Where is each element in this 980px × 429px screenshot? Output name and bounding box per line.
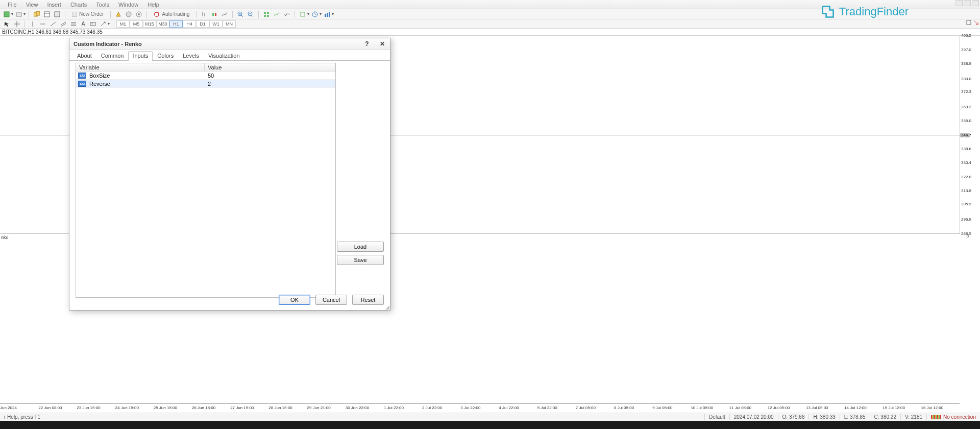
period-icon[interactable] bbox=[310, 10, 320, 18]
resize-handle[interactable] bbox=[384, 304, 390, 310]
timeframe-mn[interactable]: MN bbox=[223, 20, 236, 28]
new-order-label: New Order bbox=[79, 11, 104, 17]
ok-button[interactable]: OK bbox=[279, 295, 310, 305]
tab-about[interactable]: About bbox=[72, 51, 96, 61]
menu-view[interactable]: View bbox=[21, 2, 43, 8]
svg-rect-6 bbox=[55, 12, 60, 17]
arrow-icon[interactable] bbox=[973, 19, 979, 26]
trendline-icon[interactable] bbox=[48, 20, 58, 28]
profiles-icon[interactable] bbox=[14, 10, 23, 18]
tab-levels[interactable]: Levels bbox=[178, 51, 204, 61]
equidistant-channel-icon[interactable] bbox=[59, 20, 68, 28]
options-icon[interactable] bbox=[134, 10, 143, 18]
price-tick: 397.0 bbox=[960, 48, 970, 52]
save-button[interactable]: Save bbox=[337, 255, 384, 265]
svg-rect-16 bbox=[215, 13, 216, 16]
metaquotes-icon[interactable] bbox=[114, 10, 123, 18]
horizontal-line-icon[interactable] bbox=[38, 20, 47, 28]
zoom-out-icon[interactable] bbox=[246, 10, 255, 18]
tab-inputs[interactable]: Inputs bbox=[128, 51, 153, 61]
timeframe-m5[interactable]: M5 bbox=[130, 20, 143, 28]
time-tick: 4 Jul 22:00 bbox=[499, 404, 537, 413]
line-chart-icon[interactable] bbox=[220, 10, 229, 18]
time-tick: 1 Jul 22:00 bbox=[384, 404, 422, 413]
cancel-button[interactable]: Cancel bbox=[315, 295, 347, 305]
restore-icon[interactable] bbox=[966, 19, 972, 26]
time-tick: 28 Jun 15:00 bbox=[268, 404, 307, 413]
os-taskbar[interactable] bbox=[0, 421, 980, 429]
market-watch-icon[interactable] bbox=[32, 10, 41, 18]
dialog-tabs: AboutCommonInputsColorsLevelsVisualizati… bbox=[69, 50, 390, 61]
arrows-icon[interactable] bbox=[99, 20, 108, 28]
price-tick: 388.9 bbox=[960, 62, 970, 66]
menu-tools[interactable]: Tools bbox=[91, 2, 114, 8]
svg-rect-27 bbox=[267, 15, 269, 17]
indicators-icon[interactable] bbox=[272, 10, 281, 18]
candlesticks-icon[interactable] bbox=[210, 10, 219, 18]
status-volume: V: 2181 bbox=[900, 414, 926, 420]
input-row-boxsize[interactable]: 123BoxSize50 bbox=[76, 72, 335, 80]
time-tick: 26 Jun 15:00 bbox=[192, 404, 230, 413]
svg-rect-32 bbox=[325, 14, 326, 17]
help-icon[interactable]: ? bbox=[359, 39, 375, 49]
navigator-icon[interactable] bbox=[53, 10, 62, 18]
time-tick: 7 Jul 05:00 bbox=[576, 404, 614, 413]
reset-button[interactable]: Reset bbox=[352, 295, 384, 305]
price-tick: 338.6 bbox=[960, 147, 970, 151]
menu-help[interactable]: Help bbox=[143, 2, 164, 8]
tab-colors[interactable]: Colors bbox=[153, 51, 178, 61]
timeframe-w1[interactable]: W1 bbox=[209, 20, 223, 28]
timeframe-m15[interactable]: M15 bbox=[143, 20, 156, 28]
time-tick: 5 Jul 22:00 bbox=[537, 404, 576, 413]
timeframe-m1[interactable]: M1 bbox=[116, 20, 130, 28]
menu-charts[interactable]: Charts bbox=[66, 2, 91, 8]
zoom-in-icon[interactable] bbox=[236, 10, 245, 18]
menu-file[interactable]: File bbox=[3, 2, 21, 8]
vertical-line-icon[interactable] bbox=[28, 20, 37, 28]
new-order-button[interactable]: New Order bbox=[68, 10, 107, 18]
svg-text:T: T bbox=[91, 22, 93, 26]
tile-icon[interactable] bbox=[262, 10, 271, 18]
bar-chart-icon[interactable] bbox=[200, 10, 209, 18]
time-tick: 30 Jun 22:00 bbox=[346, 404, 384, 413]
expert-advisors-icon[interactable] bbox=[124, 10, 133, 18]
input-row-reverse[interactable]: 123Reverse2 bbox=[76, 80, 335, 88]
menu-insert[interactable]: Insert bbox=[42, 2, 66, 8]
chart-header: BITCOINC,H1 346.61 346.68 345.73 346.35 bbox=[0, 29, 980, 36]
templates-icon[interactable] bbox=[298, 10, 307, 18]
svg-rect-34 bbox=[329, 12, 330, 17]
text-icon[interactable]: A bbox=[79, 20, 87, 28]
app-window-controls[interactable] bbox=[955, 0, 979, 6]
timeframe-d1[interactable]: D1 bbox=[196, 20, 209, 28]
autotrading-button[interactable]: AutoTrading bbox=[150, 10, 193, 18]
tab-visualization[interactable]: Visualization bbox=[204, 51, 244, 61]
strategy-tester-icon[interactable] bbox=[323, 10, 332, 18]
svg-rect-33 bbox=[327, 13, 328, 17]
time-tick: 12 Jul 05:00 bbox=[768, 404, 806, 413]
fibo-icon[interactable] bbox=[69, 20, 78, 28]
status-profile[interactable]: Default bbox=[704, 414, 729, 420]
crosshair-icon[interactable] bbox=[12, 20, 21, 28]
time-tick: 22 Jun 08:00 bbox=[38, 404, 77, 413]
text-label-icon[interactable]: T bbox=[88, 20, 97, 28]
close-icon[interactable]: ✕ bbox=[375, 39, 390, 49]
timeframe-m30[interactable]: M30 bbox=[156, 20, 169, 28]
data-window-icon[interactable] bbox=[42, 10, 52, 18]
status-bar: r Help, press F1 Default 2024.07.02 20:0… bbox=[0, 413, 980, 421]
col-value: Value bbox=[205, 63, 335, 71]
param-value[interactable]: 50 bbox=[205, 73, 335, 79]
autotrading-label: AutoTrading bbox=[162, 11, 189, 17]
load-button[interactable]: Load bbox=[337, 242, 384, 252]
param-value[interactable]: 2 bbox=[205, 81, 335, 87]
menu-window[interactable]: Window bbox=[114, 2, 143, 8]
new-chart-icon[interactable] bbox=[2, 10, 11, 18]
time-tick: 2 Jul 22:00 bbox=[422, 404, 460, 413]
tab-common[interactable]: Common bbox=[96, 51, 129, 61]
timeframe-h4[interactable]: H4 bbox=[183, 20, 196, 28]
dialog-titlebar[interactable]: Custom Indicator - Renko ? ✕ bbox=[69, 38, 390, 50]
inputs-table[interactable]: Variable Value 123BoxSize50123Reverse2 bbox=[76, 63, 336, 298]
periods-icon[interactable] bbox=[282, 10, 291, 18]
cursor-icon[interactable] bbox=[2, 20, 11, 28]
chart-window-controls[interactable] bbox=[966, 19, 979, 26]
timeframe-h1[interactable]: H1 bbox=[169, 20, 183, 28]
